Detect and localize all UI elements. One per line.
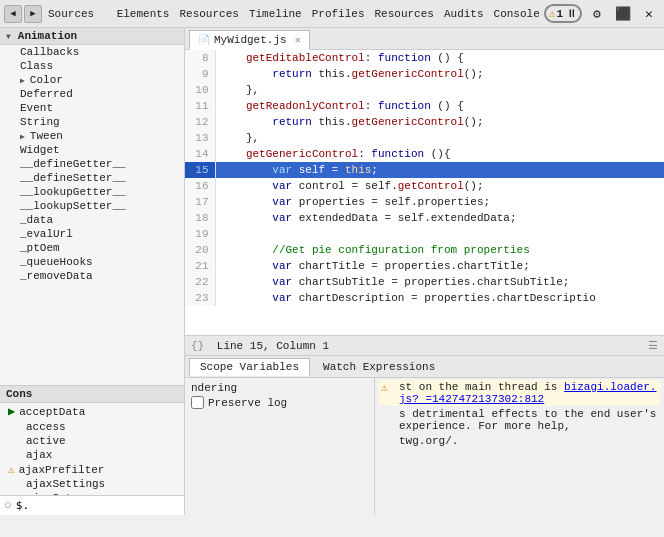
line-code-17[interactable]: var properties = self.properties; xyxy=(215,194,664,210)
close-icon[interactable]: ✕ xyxy=(638,3,660,25)
tab-profiles[interactable]: Profiles xyxy=(312,8,365,20)
line-num-18[interactable]: 18 xyxy=(185,210,215,226)
tab-resources[interactable]: Resources xyxy=(179,8,238,20)
line-num-10[interactable]: 10 xyxy=(185,82,215,98)
pause-icon[interactable]: ⏸ xyxy=(566,7,577,20)
line-num-21[interactable]: 21 xyxy=(185,258,215,274)
tab-audits[interactable]: Audits xyxy=(444,8,484,20)
console-label: Cons xyxy=(6,388,32,400)
line-code-22[interactable]: var chartSubTitle = properties.chartSubT… xyxy=(215,274,664,290)
animation-expand-arrow[interactable]: ▼ xyxy=(6,32,11,41)
preserve-log-label: Preserve log xyxy=(208,397,287,409)
line-num-14[interactable]: 14 xyxy=(185,146,215,162)
console-output[interactable]: ⚠ st on the main thread is bizagi.loader… xyxy=(375,378,664,515)
console-item-access[interactable]: access xyxy=(0,420,184,434)
line-code-8[interactable]: getEditableControl: function () { xyxy=(215,50,664,66)
code-line-23: 23 var chartDescription = properties.cha… xyxy=(185,290,664,306)
sidebar-item-lookupgetter[interactable]: __lookupGetter__ xyxy=(0,185,184,199)
tab-scope-variables[interactable]: Scope Variables xyxy=(189,358,310,376)
log-entry-1: s detrimental effects to the end user's … xyxy=(379,407,660,434)
sidebar-scroll[interactable]: Callbacks Class ▶ Color Deferred Event S… xyxy=(0,45,184,385)
sidebar-item-string[interactable]: String xyxy=(0,115,184,129)
console-list[interactable]: ▶ acceptData access active ajax xyxy=(0,403,184,495)
line-num-15[interactable]: 15 xyxy=(185,162,215,178)
preserve-log-checkbox[interactable] xyxy=(191,396,204,409)
console-panel: Cons ▶ acceptData access active xyxy=(0,385,184,515)
line-num-13[interactable]: 13 xyxy=(185,130,215,146)
sidebar-item-definegetter[interactable]: __defineGetter__ xyxy=(0,157,184,171)
sidebar-item-ptoem[interactable]: _ptOem xyxy=(0,241,184,255)
rendering-label: ndering xyxy=(191,382,368,394)
tab-resources2[interactable]: Resources xyxy=(375,8,434,20)
sidebar-item-callbacks[interactable]: Callbacks xyxy=(0,45,184,59)
line-code-21[interactable]: var chartTitle = properties.chartTitle; xyxy=(215,258,664,274)
gear-icon[interactable]: ⚙ xyxy=(586,3,608,25)
line-code-18[interactable]: var extendedData = self.extendedData; xyxy=(215,210,664,226)
code-editor[interactable]: 8 getEditableControl: function () { 9 re… xyxy=(185,50,664,335)
sidebar-item-queuehooks[interactable]: _queueHooks xyxy=(0,255,184,269)
tab-timeline[interactable]: Timeline xyxy=(249,8,302,20)
code-line-21: 21 var chartTitle = properties.chartTitl… xyxy=(185,258,664,274)
console-item-ajax[interactable]: ajax xyxy=(0,448,184,462)
log-text-0: st on the main thread is bizagi.loader.j… xyxy=(399,381,658,405)
menu-icon[interactable]: ☰ xyxy=(648,339,658,352)
main-layout: ▼ Animation Callbacks Class ▶ Color Defe… xyxy=(0,28,664,515)
line-num-8[interactable]: 8 xyxy=(185,50,215,66)
forward-button[interactable]: ▶ xyxy=(24,5,42,23)
line-code-20[interactable]: //Get pie configuration from properties xyxy=(215,242,664,258)
dock-icon[interactable]: ⬛ xyxy=(612,3,634,25)
line-code-10[interactable]: }, xyxy=(215,82,664,98)
line-code-9[interactable]: return this.getGenericControl(); xyxy=(215,66,664,82)
line-num-19[interactable]: 19 xyxy=(185,226,215,242)
sidebar-item-deferred[interactable]: Deferred xyxy=(0,87,184,101)
line-code-19[interactable] xyxy=(215,226,664,242)
line-num-9[interactable]: 9 xyxy=(185,66,215,82)
line-code-13[interactable]: }, xyxy=(215,130,664,146)
line-num-20[interactable]: 20 xyxy=(185,242,215,258)
sidebar-item-class[interactable]: Class xyxy=(0,59,184,73)
badge-container[interactable]: ⚠ 1 ⏸ xyxy=(544,4,582,23)
console-item-acceptdata[interactable]: ▶ acceptData xyxy=(0,403,184,420)
line-code-14[interactable]: getGenericControl: function (){ xyxy=(215,146,664,162)
line-code-12[interactable]: return this.getGenericControl(); xyxy=(215,114,664,130)
tab-elements[interactable]: Elements xyxy=(117,8,170,20)
line-num-22[interactable]: 22 xyxy=(185,274,215,290)
sidebar-item-event[interactable]: Event xyxy=(0,101,184,115)
line-num-12[interactable]: 12 xyxy=(185,114,215,130)
sidebar-item-definesetter[interactable]: __defineSetter__ xyxy=(0,171,184,185)
tab-watch-expressions[interactable]: Watch Expressions xyxy=(312,358,446,376)
sidebar-item-lookupsetter[interactable]: __lookupSetter__ xyxy=(0,199,184,213)
sidebar-item-data[interactable]: _data xyxy=(0,213,184,227)
sidebar-item-color[interactable]: ▶ Color xyxy=(0,73,184,87)
code-line-15[interactable]: 15 var self = this; xyxy=(185,162,664,178)
line-num-23[interactable]: 23 xyxy=(185,290,215,306)
code-line-16: 16 var control = self.getControl(); xyxy=(185,178,664,194)
bottom-panel: Scope Variables Watch Expressions nderin… xyxy=(185,355,664,515)
sidebar-item-widget[interactable]: Widget xyxy=(0,143,184,157)
line-code-23[interactable]: var chartDescription = properties.chartD… xyxy=(215,290,664,306)
status-bar: {} Line 15, Column 1 ☰ xyxy=(185,335,664,355)
line-code-15[interactable]: var self = this; xyxy=(215,162,664,178)
file-tab-close[interactable]: ✕ xyxy=(295,34,301,46)
line-code-11[interactable]: getReadonlyControl: function () { xyxy=(215,98,664,114)
top-toolbar: ◀ ▶ Sources Elements Resources Timeline … xyxy=(0,0,664,28)
file-tree: ▼ Animation Callbacks Class ▶ Color Defe… xyxy=(0,28,184,385)
sidebar-item-removedata[interactable]: _removeData xyxy=(0,269,184,283)
console-input[interactable] xyxy=(14,498,180,513)
console-item-active[interactable]: active xyxy=(0,434,184,448)
line-num-17[interactable]: 17 xyxy=(185,194,215,210)
back-button[interactable]: ◀ xyxy=(4,5,22,23)
code-table: 8 getEditableControl: function () { 9 re… xyxy=(185,50,664,306)
sidebar-item-evalurl[interactable]: _evalUrl xyxy=(0,227,184,241)
line-num-16[interactable]: 16 xyxy=(185,178,215,194)
right-panel: 📄 MyWidget.js ✕ 8 getEditableControl: fu… xyxy=(185,28,664,515)
console-item-ajaxprefilter[interactable]: ⚠ ajaxPrefilter xyxy=(0,462,184,477)
log-entry-0: ⚠ st on the main thread is bizagi.loader… xyxy=(379,380,660,407)
code-line-20: 20 //Get pie configuration from properti… xyxy=(185,242,664,258)
file-tab-mywidget[interactable]: 📄 MyWidget.js ✕ xyxy=(189,30,310,50)
line-code-16[interactable]: var control = self.getControl(); xyxy=(215,178,664,194)
console-item-ajaxsettings[interactable]: ajaxSettings xyxy=(0,477,184,491)
line-num-11[interactable]: 11 xyxy=(185,98,215,114)
sidebar-item-tween[interactable]: ▶ Tween xyxy=(0,129,184,143)
tab-console[interactable]: Console xyxy=(494,8,540,20)
